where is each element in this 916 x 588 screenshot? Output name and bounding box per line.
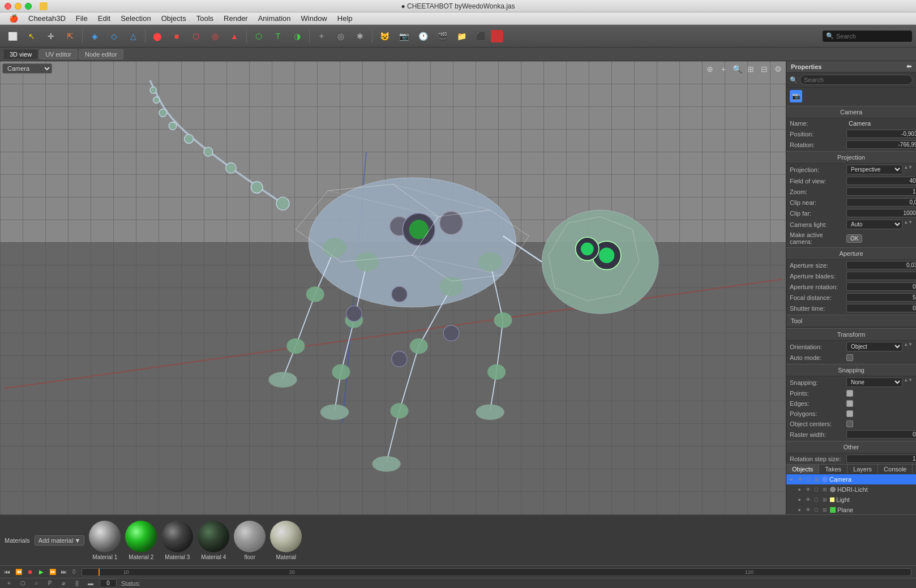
menu-objects[interactable]: Objects: [157, 13, 191, 24]
zoom-input[interactable]: [846, 187, 916, 196]
filmstrip-btn[interactable]: 🎬: [433, 27, 451, 45]
apple-menu[interactable]: 🍎: [5, 13, 23, 24]
clip-far-input[interactable]: [846, 209, 916, 217]
bone-tool-btn[interactable]: ✦: [313, 27, 331, 45]
zoom-out-icon[interactable]: 🔍: [731, 63, 743, 75]
fov-input[interactable]: [846, 177, 916, 185]
edge-tool-btn[interactable]: ◇: [105, 27, 123, 45]
status-p-icon[interactable]: P: [45, 579, 54, 588]
proj-stepper[interactable]: ▲▼: [904, 165, 913, 174]
move-tool-btn[interactable]: ✛: [42, 27, 60, 45]
menu-cheetah3d[interactable]: Cheetah3D: [24, 13, 70, 24]
folder-btn[interactable]: 📁: [452, 27, 470, 45]
camera-selector[interactable]: Camera Perspective Front Top: [2, 63, 52, 74]
menu-render[interactable]: Render: [219, 13, 252, 24]
zoom-in-icon[interactable]: +: [718, 63, 729, 75]
projection-select[interactable]: PerspectiveOrthographic: [846, 165, 902, 174]
material-swatch-3[interactable]: Material 3: [161, 521, 193, 560]
cam-light-stepper[interactable]: ▲▼: [904, 220, 913, 229]
cube-tool-btn[interactable]: ■: [168, 27, 186, 45]
camera-render-btn[interactable]: 📷: [395, 27, 413, 45]
points-checkbox[interactable]: [846, 390, 853, 397]
light-tag-icon[interactable]: ⊞: [821, 496, 829, 504]
vertex-tool-btn[interactable]: △: [124, 27, 142, 45]
search-input[interactable]: [836, 33, 904, 40]
tree-item-plane[interactable]: ● 👁 ⬡ ⊞ Plane: [786, 505, 916, 514]
cam-eye-icon[interactable]: 👁: [796, 475, 804, 483]
light-lock-icon[interactable]: ⬡: [812, 496, 820, 504]
face-render-btn[interactable]: 😺: [375, 27, 393, 45]
maximize-button[interactable]: [25, 3, 32, 10]
btab-console[interactable]: Console: [878, 465, 913, 474]
clock-btn[interactable]: 🕐: [414, 27, 432, 45]
display-icon[interactable]: ⊟: [759, 63, 770, 75]
plane-tag-icon[interactable]: ⊞: [821, 506, 829, 514]
cone-tool-btn[interactable]: ▲: [225, 27, 243, 45]
raster-width-input[interactable]: [846, 430, 916, 439]
menu-selection[interactable]: Selection: [116, 13, 155, 24]
light-eye-icon[interactable]: 👁: [804, 496, 812, 504]
grid-icon[interactable]: ⊕: [704, 63, 716, 75]
status-circle-icon[interactable]: ○: [32, 579, 41, 588]
material-swatch-2[interactable]: Material 2: [125, 521, 157, 560]
rot-x-input[interactable]: [846, 140, 916, 149]
menu-help[interactable]: Help: [333, 13, 357, 24]
light-vis-icon[interactable]: ●: [795, 496, 803, 504]
orientation-stepper[interactable]: ▲▼: [904, 342, 913, 351]
hdri-eye-icon[interactable]: 👁: [804, 486, 812, 493]
text-tool-btn[interactable]: T: [269, 27, 287, 45]
arrow-tool-btn[interactable]: ↖: [23, 27, 41, 45]
timeline-play-btn[interactable]: ▶: [36, 567, 46, 577]
settings-icon[interactable]: ⚙: [772, 63, 784, 75]
focal-dist-input[interactable]: [846, 293, 916, 302]
hdri-lock-icon[interactable]: ⬡: [812, 486, 820, 493]
aperture-rot-input[interactable]: [846, 282, 916, 291]
cam-vis-icon[interactable]: ●: [787, 475, 795, 483]
view-toggle-btn[interactable]: ⬜: [3, 27, 22, 45]
aperture-size-input[interactable]: [846, 261, 916, 269]
torus-tool-btn[interactable]: ◎: [206, 27, 224, 45]
timeline-back-btn[interactable]: ⏪: [14, 567, 24, 577]
material-swatch-default[interactable]: Material: [270, 521, 302, 560]
poly-tool-btn[interactable]: ◈: [85, 27, 104, 45]
light-add-btn[interactable]: ✱: [351, 27, 369, 45]
aperture-blades-input[interactable]: [846, 272, 916, 280]
btab-takes[interactable]: Takes: [819, 465, 847, 474]
menu-tools[interactable]: Tools: [192, 13, 218, 24]
fit-icon[interactable]: ⊞: [745, 63, 756, 75]
viewport[interactable]: Camera Perspective Front Top ⊕ + 🔍 ⊞ ⊟ ⚙: [0, 61, 786, 514]
timeline-record-btn[interactable]: ⏺: [25, 567, 35, 577]
rot-step-input[interactable]: [846, 454, 916, 463]
sphere-tool-btn[interactable]: ⬤: [148, 27, 166, 45]
properties-collapse-icon[interactable]: ⬅: [906, 63, 911, 70]
menu-animation[interactable]: Animation: [254, 13, 296, 24]
modifier-tool-btn[interactable]: ⬡: [250, 27, 268, 45]
material-swatch-floor[interactable]: floor: [234, 521, 266, 560]
shutter-time-input[interactable]: [846, 304, 916, 312]
timeline-track[interactable]: 10 20 120: [82, 568, 911, 576]
snapping-select[interactable]: NonePointsEdges: [846, 377, 902, 387]
plane-vis-icon[interactable]: ●: [795, 506, 803, 514]
status-d-icon[interactable]: ⌀: [59, 579, 68, 588]
props-search-input[interactable]: [800, 75, 913, 85]
red-btn[interactable]: R: [491, 30, 503, 42]
cam-light-select[interactable]: AutoOnOff: [846, 220, 902, 229]
edges-checkbox[interactable]: [846, 400, 853, 407]
tree-item-hdri[interactable]: ● 👁 ⬡ ⊞ HDRI-Licht: [786, 484, 916, 495]
obj-centers-checkbox[interactable]: [846, 420, 853, 427]
plane-eye-icon[interactable]: 👁: [804, 506, 812, 514]
make-active-button[interactable]: OK: [846, 234, 862, 243]
tree-item-camera[interactable]: ● 👁 ⬡ ⊞ Camera: [786, 474, 916, 484]
menu-window[interactable]: Window: [297, 13, 332, 24]
close-button[interactable]: [5, 3, 11, 10]
tab-3d-view[interactable]: 3D view: [3, 49, 38, 59]
material-swatch-4[interactable]: Material 4: [198, 521, 229, 560]
snapping-stepper[interactable]: ▲▼: [904, 377, 913, 387]
material-swatch-1[interactable]: Material 1: [89, 521, 121, 560]
orientation-select[interactable]: ObjectWorldCamera: [846, 342, 902, 351]
btab-layers[interactable]: Layers: [847, 465, 878, 474]
clip-near-input[interactable]: [846, 198, 916, 207]
plane-lock-icon[interactable]: ⬡: [812, 506, 820, 514]
cam-lock-icon[interactable]: ⬡: [804, 475, 812, 483]
nurbs-tool-btn[interactable]: ◑: [288, 27, 306, 45]
